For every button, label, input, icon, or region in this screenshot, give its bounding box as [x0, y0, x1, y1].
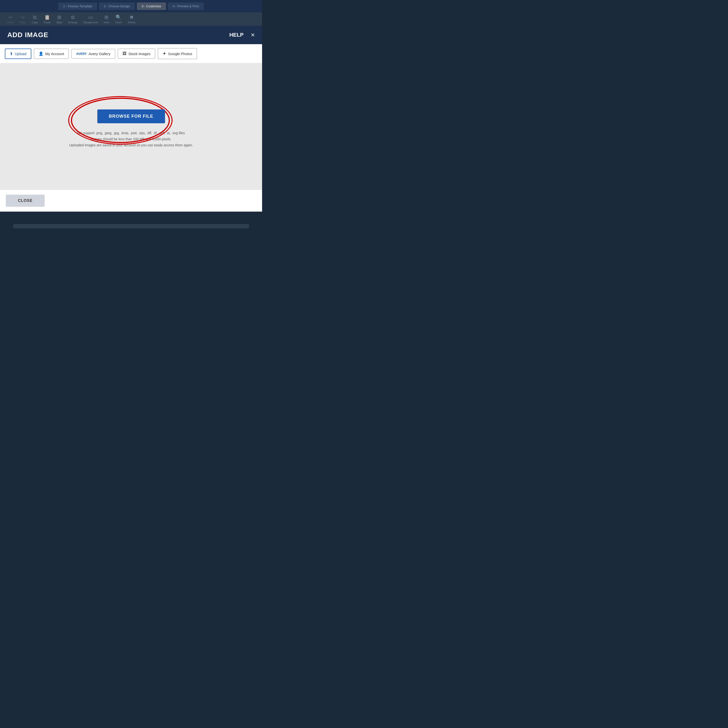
step-3-button[interactable]: 3 - Customize	[137, 2, 166, 10]
redo-icon: ↪	[21, 14, 25, 20]
paste-icon: 📋	[44, 14, 50, 20]
background-label: Background	[84, 21, 98, 24]
tab-upload-label: Upload	[15, 52, 26, 56]
google-photos-icon: ✦	[162, 51, 166, 56]
tab-stock-images[interactable]: 🖼 Stock Images	[118, 49, 155, 59]
close-x-button[interactable]: ×	[251, 32, 255, 38]
arrange-icon: ⧉	[71, 15, 75, 20]
browse-for-file-button[interactable]: BROWSE FOR FILE	[97, 109, 165, 123]
undo-button[interactable]: ↩ Undo	[7, 14, 14, 24]
image-source-tabs: ⬆ Upload 👤 My Account AVERY Avery Galler…	[0, 44, 262, 63]
align-label: Align	[56, 21, 62, 24]
redo-label: Redo	[20, 21, 26, 24]
close-button[interactable]: CLOSE	[6, 194, 44, 207]
editor-canvas-bar	[13, 224, 249, 228]
view-label: View	[104, 21, 109, 24]
background-button[interactable]: ▭ Background	[84, 14, 98, 24]
help-link[interactable]: HELP	[229, 32, 244, 38]
align-button[interactable]: ⊞ Align	[56, 14, 62, 24]
delete-label: Delete	[128, 21, 136, 24]
browse-section: BROWSE FOR FILE	[97, 109, 165, 123]
undo-icon: ↩	[9, 14, 12, 20]
bottom-editor-area	[0, 212, 262, 241]
editor-toolbar: ↩ Undo ↪ Redo ⧉ Copy 📋 Paste ⊞ Align ⧉ A…	[0, 12, 262, 26]
dialog-footer: CLOSE	[0, 190, 262, 212]
copy-icon: ⧉	[33, 15, 37, 20]
avery-icon: AVERY	[76, 52, 87, 55]
account-icon: 👤	[38, 52, 43, 56]
tab-my-account[interactable]: 👤 My Account	[34, 49, 69, 59]
copy-label: Copy	[32, 21, 38, 24]
size-limit-text: Images should be less than 100 MB and 6,…	[69, 136, 193, 142]
tab-stock-label: Stock Images	[128, 52, 150, 56]
dialog-header-actions: HELP ×	[229, 32, 255, 38]
upload-content-area: BROWSE FOR FILE We support .png, .jpeg, …	[0, 63, 262, 190]
dialog-title: ADD IMAGE	[7, 31, 48, 39]
arrange-label: Arrange	[68, 21, 78, 24]
undo-label: Undo	[7, 21, 14, 24]
dialog-header: ADD IMAGE HELP ×	[0, 26, 262, 44]
top-navigation: 1 - Choose Template 2 - Choose Design 3 …	[0, 0, 262, 12]
copy-button[interactable]: ⧉ Copy	[32, 15, 38, 24]
delete-icon: ✖	[130, 14, 134, 20]
upload-icon: ⬆	[10, 52, 13, 56]
tab-google-photos[interactable]: ✦ Google Photos	[158, 48, 197, 59]
upload-info: We support .png, .jpeg, .jpg, .bmp, .psd…	[69, 130, 193, 148]
zoom-label: Zoom	[115, 21, 122, 24]
delete-button[interactable]: ✖ Delete	[128, 14, 136, 24]
redo-button[interactable]: ↪ Redo	[20, 14, 26, 24]
stock-images-icon: 🖼	[122, 52, 127, 56]
step-2-button[interactable]: 2 - Choose Design	[99, 2, 135, 10]
supported-formats-text: We support .png, .jpeg, .jpg, .bmp, .psd…	[69, 130, 193, 136]
tab-avery-label: Avery Gallery	[89, 52, 110, 56]
background-icon: ▭	[88, 14, 93, 20]
paste-button[interactable]: 📋 Paste	[44, 14, 50, 24]
step-4-button[interactable]: 4 - Preview & Print	[168, 2, 204, 10]
view-icon: ⊞	[104, 14, 109, 20]
step-1-button[interactable]: 1 - Choose Template	[58, 2, 97, 10]
arrange-button[interactable]: ⧉ Arrange	[68, 15, 78, 24]
zoom-icon: 🔍	[116, 14, 122, 20]
tab-my-account-label: My Account	[45, 52, 64, 56]
tab-upload[interactable]: ⬆ Upload	[5, 49, 31, 59]
align-icon: ⊞	[57, 14, 61, 20]
tab-avery-gallery[interactable]: AVERY Avery Gallery	[71, 49, 115, 59]
paste-label: Paste	[44, 21, 50, 24]
save-info-text: Uploaded images are saved to your accoun…	[69, 142, 193, 148]
view-button[interactable]: ⊞ View	[104, 14, 109, 24]
zoom-button[interactable]: 🔍 Zoom	[115, 14, 122, 24]
tab-google-label: Google Photos	[168, 52, 192, 56]
